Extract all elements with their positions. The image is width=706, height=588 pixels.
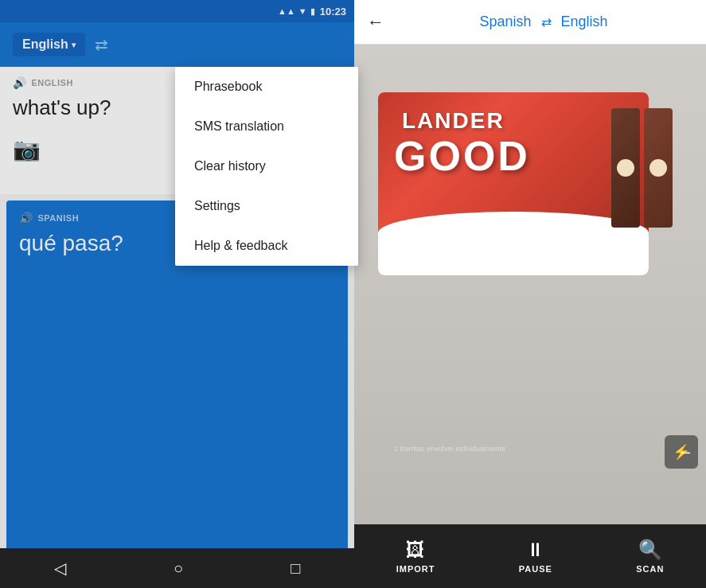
target-lang-display: English	[561, 14, 608, 30]
right-back-button[interactable]: ←	[367, 12, 384, 33]
pause-icon: ⏸	[526, 539, 545, 561]
language-display: Spanish ⇄ English	[394, 14, 693, 30]
dropdown-menu: Phrasebook SMS translation Clear history…	[175, 67, 358, 266]
back-nav-button[interactable]: ◁	[54, 559, 66, 578]
right-bottom-bar: 🖼 IMPORT ⏸ PAUSE 🔍 SCAN	[354, 524, 706, 588]
white-swirl-decoration	[378, 212, 649, 275]
pause-button[interactable]: ⏸ PAUSE	[519, 539, 552, 574]
brand-text: LANDER	[402, 108, 505, 134]
chocolate-pieces	[611, 108, 673, 228]
menu-item-phrasebook[interactable]: Phrasebook	[175, 67, 358, 107]
barcode-area: 2 Barritas envolver individualmente	[394, 445, 505, 453]
choco-filling-2	[649, 159, 667, 177]
choco-filling-1	[617, 159, 634, 177]
import-button[interactable]: 🖼 IMPORT	[396, 539, 435, 574]
flash-off-icon: ⚡̶	[673, 443, 690, 461]
menu-item-sms-translation[interactable]: SMS translation	[175, 107, 358, 146]
scan-button[interactable]: 🔍 SCAN	[636, 539, 664, 574]
chocolate-wrapper: LANDER GOOD	[378, 92, 649, 275]
flash-off-button[interactable]: ⚡̶	[665, 435, 698, 469]
camera-view: LANDER GOOD 2 Barritas envolver individu…	[354, 45, 706, 524]
scan-icon: 🔍	[638, 539, 662, 561]
scan-label: SCAN	[636, 564, 664, 574]
menu-item-help-feedback[interactable]: Help & feedback	[175, 226, 358, 266]
source-lang-display: Spanish	[479, 14, 531, 30]
choco-piece-1	[611, 108, 640, 228]
right-top-bar: ← Spanish ⇄ English	[354, 0, 706, 45]
chocolate-bar: LANDER GOOD	[378, 92, 673, 315]
import-icon: 🖼	[406, 539, 425, 561]
import-label: IMPORT	[396, 564, 435, 574]
camera-scene: LANDER GOOD 2 Barritas envolver individu…	[354, 45, 706, 524]
home-nav-button[interactable]: ○	[174, 559, 183, 578]
choco-piece-2	[644, 108, 673, 228]
swap-arrows-icon[interactable]: ⇄	[541, 14, 552, 29]
left-panel: ▲▲ ▼ ▮ 10:23 English ▾ ⇄ 🔊 ENGLISH what'…	[0, 0, 354, 588]
product-name-text: GOOD	[394, 132, 530, 180]
recent-apps-button[interactable]: □	[291, 559, 300, 578]
pause-label: PAUSE	[519, 564, 552, 574]
menu-item-clear-history[interactable]: Clear history	[175, 146, 358, 186]
menu-item-settings[interactable]: Settings	[175, 186, 358, 226]
navigation-bar: ◁ ○ □	[0, 548, 354, 588]
right-panel: ← Spanish ⇄ English LANDER GOOD	[354, 0, 706, 588]
